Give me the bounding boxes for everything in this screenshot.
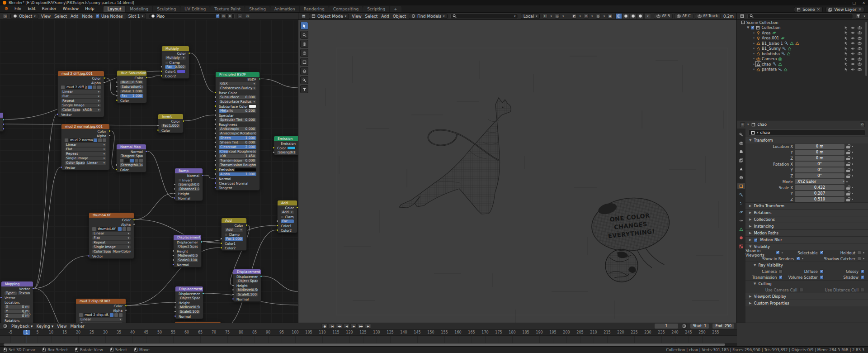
checkbox-use-distance-cull[interactable] (860, 288, 864, 292)
disclosure-dot[interactable]: • (753, 62, 755, 67)
material-name-field[interactable]: Piso ⧉ ✕ (149, 14, 235, 19)
node-header[interactable]: mud 2 diff.jpg.001 (58, 71, 104, 76)
copy-button[interactable] (93, 86, 96, 89)
node-disp_a[interactable]: DisplacementDisplacementObject Space▾Hei… (173, 234, 202, 267)
menu-help[interactable]: Help (82, 5, 97, 12)
selectable-toggle-icon[interactable] (844, 31, 848, 35)
node-row-scale[interactable]: Scale0.100 (233, 292, 261, 297)
output-socket[interactable] (202, 174, 204, 176)
selectable-toggle-icon[interactable] (844, 52, 848, 56)
input-socket[interactable] (214, 186, 217, 189)
hide-toggle-icon[interactable] (851, 62, 855, 66)
input-socket[interactable] (214, 91, 217, 94)
value-slider[interactable]: Alpha1.000 (219, 172, 256, 176)
animate-dot[interactable] (852, 157, 853, 159)
input-socket[interactable] (220, 247, 222, 249)
node-row-repeat[interactable]: Repeat▾ (89, 240, 134, 245)
timeline-channels[interactable] (0, 336, 737, 343)
value-field[interactable]: XYZ Euler ▾ (795, 179, 844, 184)
node-header[interactable]: Principled BSDF (216, 72, 259, 77)
node-row-add[interactable]: Add▾ (222, 228, 246, 232)
shading-solid-button[interactable] (623, 13, 629, 19)
node-row-color-space[interactable]: Color SpacesRGB▾ (58, 108, 104, 112)
node-row-color-space[interactable]: Color SpaceNon-Color▾ (89, 249, 134, 254)
checkbox[interactable] (165, 61, 168, 64)
viewport-menu-object[interactable]: Object (393, 14, 406, 19)
render-toggle-icon[interactable] (858, 36, 862, 40)
node-header[interactable]: mud 2 normal.jpg.001 (61, 124, 109, 129)
dropdown[interactable]: Texture▾ (18, 291, 30, 295)
fake-user-toggle[interactable] (110, 313, 113, 317)
shader-menu-view[interactable]: View (41, 14, 51, 19)
node-emission[interactable]: EmissionEmissionColorStrength1.000 (274, 136, 298, 155)
animate-dot[interactable] (852, 146, 853, 147)
value-slider[interactable]: Fac0.500 (165, 65, 186, 69)
input-socket[interactable] (174, 192, 176, 195)
node-row-multiply[interactable]: Multiply▾ (162, 56, 189, 60)
node-pin-icon[interactable]: ⊙ (245, 14, 250, 19)
lock-icon[interactable] (846, 150, 850, 154)
outliner-row-area[interactable]: •Area (737, 30, 868, 36)
input-socket[interactable] (160, 66, 163, 68)
input-socket[interactable] (157, 124, 159, 127)
frame-start-field[interactable]: Start 1 (690, 324, 709, 329)
viewport-menu-select[interactable]: Select (365, 14, 378, 19)
motion-blur-header[interactable]: ▶ Motion Blur (745, 236, 868, 243)
output-socket[interactable] (103, 77, 105, 79)
output-socket[interactable] (260, 275, 262, 277)
lock-icon[interactable] (846, 174, 850, 178)
tab-physics[interactable] (737, 209, 745, 215)
dropdown[interactable]: Subsurface Radius▾ (219, 100, 256, 104)
node-row-sheen-tint[interactable]: Sheen Tint0.000 (216, 140, 259, 145)
hide-toggle-icon[interactable] (851, 67, 855, 72)
disclosure-dot[interactable]: • (753, 46, 755, 51)
datablock-name[interactable] (124, 159, 129, 162)
xray-toggle-icon[interactable]: ▣ (608, 14, 613, 19)
node-row-subsurface-color[interactable]: Subsurface Color (216, 104, 259, 109)
selectable-toggle-icon[interactable] (844, 62, 848, 66)
input-socket[interactable] (214, 105, 217, 107)
node-row-midlevel[interactable]: Midlevel0.500 (174, 253, 201, 258)
selectable-toggle-icon[interactable] (844, 41, 848, 45)
value-slider[interactable]: Fac1.000 (120, 94, 143, 98)
node-header[interactable]: Hue Saturation Value (117, 71, 146, 76)
input-socket[interactable] (172, 250, 175, 252)
frame-end-field[interactable]: End 250 (712, 324, 734, 329)
checkbox-use-camera-cull[interactable] (799, 288, 803, 292)
tab-scripting[interactable]: Scripting (363, 6, 389, 12)
hide-toggle-icon[interactable] (851, 41, 855, 45)
current-frame-badge[interactable]: 1 (23, 330, 30, 335)
hide-toggle-icon[interactable] (851, 31, 855, 35)
maximize-button[interactable]: □ (853, 1, 856, 5)
dropdown[interactable]: Repeat▾ (61, 99, 101, 103)
tab-modeling[interactable]: Modeling (126, 6, 152, 12)
node-principled[interactable]: Principled BSDFBSDFGGX▾Christensen-Burle… (215, 72, 260, 191)
value-slider[interactable]: Subsurface0.000 (219, 95, 256, 99)
tool-measure-button[interactable] (300, 85, 308, 93)
tool-scale-button[interactable] (300, 58, 308, 66)
af-button-af-c[interactable]: AF-C (674, 14, 693, 19)
visibility-dropdown-icon[interactable]: ◩ (572, 14, 577, 19)
node-header[interactable]: Displacement (175, 286, 203, 291)
dropdown[interactable]: Single Image▾ (61, 104, 101, 107)
input-socket[interactable] (115, 164, 118, 166)
node-mapping[interactable]: MappingVectorType:Texture▾VectorLocation… (1, 281, 33, 323)
jump-start-button[interactable]: |◀ (329, 324, 335, 329)
node-row-clearcoat[interactable]: Clearcoat2.000 (216, 145, 259, 149)
scene-selector[interactable]: Scene✕ (794, 7, 823, 12)
snap-magnet-icon[interactable]: U (542, 14, 547, 19)
checkbox-holdout[interactable] (857, 251, 861, 255)
disclosure-dot[interactable]: • (753, 41, 755, 46)
node-row-christensen-burley[interactable]: Christensen-Burley▾ (216, 86, 259, 91)
value-field[interactable]: 0 m (795, 156, 844, 161)
fake-user-toggle[interactable] (130, 159, 134, 162)
output-socket[interactable] (188, 52, 190, 54)
value-slider[interactable]: X0 m (5, 305, 30, 309)
editor-type-icon-3d[interactable]: ⬒ (301, 14, 306, 19)
tool-annotate-button[interactable] (300, 76, 308, 84)
image-icon[interactable] (61, 86, 65, 89)
node-row-x[interactable]: X0 m (1, 305, 33, 309)
checkbox-diffuse[interactable] (820, 269, 824, 273)
value-slider[interactable]: Transmission Roughness0.000 (219, 163, 256, 167)
datablock-name[interactable]: mud 2 diff.jpg.001 (66, 86, 87, 89)
